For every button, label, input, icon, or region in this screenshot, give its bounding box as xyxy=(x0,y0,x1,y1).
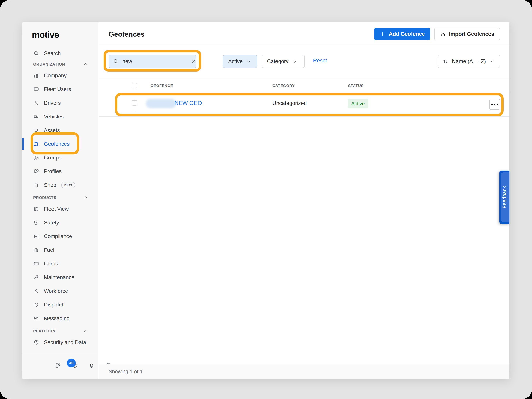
sidebar-item-label: Security and Data xyxy=(44,339,86,345)
sidebar-item-geofences[interactable]: Geofences xyxy=(22,137,98,151)
kebab-dot xyxy=(491,104,493,105)
sidebar-item-shop[interactable]: Shop NEW xyxy=(22,178,98,192)
search-input[interactable] xyxy=(122,58,191,64)
sidebar-item-compliance[interactable]: Compliance xyxy=(22,229,98,243)
sidebar-footer: 40 xyxy=(22,353,98,379)
map-location-icon[interactable] xyxy=(55,362,61,368)
fuel-pump-icon xyxy=(33,247,39,253)
chevron-down-icon xyxy=(490,59,495,64)
sidebar-item-safety[interactable]: Safety xyxy=(22,216,98,229)
sidebar-item-label: Assets xyxy=(44,127,60,133)
groups-icon xyxy=(33,155,39,161)
app-window: motive Search ORGANIZATION Company xyxy=(22,22,509,379)
sidebar-item-label: Groups xyxy=(44,155,61,161)
page-header: Geofences Add Geofence Import Geofences xyxy=(99,22,509,45)
reset-filters-link[interactable]: Reset xyxy=(313,57,327,64)
sidebar-item-label: Fleet View xyxy=(44,206,69,212)
add-geofence-button[interactable]: Add Geofence xyxy=(374,28,430,40)
section-organization[interactable]: ORGANIZATION xyxy=(22,60,98,69)
column-header-category[interactable]: CATEGORY xyxy=(272,84,295,88)
sidebar-item-label: Company xyxy=(44,73,67,79)
monitor-icon xyxy=(33,86,39,92)
column-header-geofence[interactable]: GEOFENCE xyxy=(151,84,173,88)
kebab-dot xyxy=(497,104,498,105)
sidebar-item-groups[interactable]: Groups xyxy=(22,151,98,165)
geofence-search-box[interactable] xyxy=(109,55,196,68)
sidebar-item-label: Shop xyxy=(44,182,56,188)
sidebar-item-label: Fleet Users xyxy=(44,86,71,92)
motive-logo: motive xyxy=(32,30,98,40)
chat-bubbles-icon xyxy=(33,315,39,322)
sidebar-item-profiles[interactable]: Profiles xyxy=(22,165,98,178)
status-badge: Active xyxy=(348,99,368,108)
section-platform[interactable]: PLATFORM xyxy=(22,326,98,336)
company-icon xyxy=(33,73,39,79)
sidebar-item-label: Messaging xyxy=(44,315,70,322)
sidebar-item-fleet-view[interactable]: Fleet View xyxy=(22,202,98,216)
sidebar-item-label: Fuel xyxy=(44,247,54,253)
sidebar-item-label: Profiles xyxy=(44,168,62,174)
sidebar-item-search[interactable]: Search xyxy=(22,48,98,58)
sidebar-item-label: Geofences xyxy=(44,141,70,147)
sidebar-item-security-and-data[interactable]: Security and Data xyxy=(22,336,98,349)
sidebar-item-label: Safety xyxy=(44,220,59,226)
bell-icon[interactable] xyxy=(89,362,95,368)
row-checkbox[interactable] xyxy=(132,100,137,106)
truck-icon xyxy=(33,114,39,120)
chevron-down-icon xyxy=(292,59,297,64)
table-header: GEOFENCE CATEGORY STATUS xyxy=(99,78,509,93)
sort-dropdown[interactable]: Name (A → Z) xyxy=(437,55,500,68)
geofence-name-link[interactable]: NEW GEO xyxy=(174,100,202,106)
status-filter-dropdown[interactable]: Active xyxy=(223,55,257,68)
shield-lock-icon xyxy=(33,339,39,345)
shield-icon xyxy=(33,220,39,226)
sidebar-item-label: Compliance xyxy=(44,233,72,239)
section-products[interactable]: PRODUCTS xyxy=(22,193,98,202)
sidebar-item-label: Search xyxy=(44,50,61,57)
shop-bag-icon xyxy=(33,182,39,188)
sidebar-item-fleet-users[interactable]: Fleet Users xyxy=(22,82,98,96)
row-menu-button[interactable] xyxy=(489,99,500,110)
dispatch-pin-icon xyxy=(33,302,39,308)
profiles-icon xyxy=(33,168,39,174)
search-icon xyxy=(33,50,39,57)
sort-arrows-icon xyxy=(443,58,448,64)
results-footer: Showing 1 of 1 xyxy=(99,364,509,379)
geofence-category: Uncategorized xyxy=(272,100,307,106)
redaction-fog xyxy=(372,156,490,177)
sidebar-item-company[interactable]: Company xyxy=(22,69,98,82)
sidebar-item-workforce[interactable]: Workforce xyxy=(22,284,98,298)
results-summary: Showing 1 of 1 xyxy=(109,369,143,375)
table-row[interactable]: NEW GEO — Uncategorized Active xyxy=(99,93,509,117)
redacted-name-blur xyxy=(146,99,176,108)
chevron-up-icon xyxy=(83,195,88,200)
sidebar: motive Search ORGANIZATION Company xyxy=(22,22,98,379)
sidebar-item-messaging[interactable]: Messaging xyxy=(22,312,98,325)
wrench-icon xyxy=(33,274,39,280)
sidebar-item-maintenance[interactable]: Maintenance xyxy=(22,271,98,284)
column-header-status[interactable]: STATUS xyxy=(348,84,364,88)
main-content: Geofences Add Geofence Import Geofences xyxy=(99,22,509,379)
import-icon xyxy=(440,31,446,37)
person-icon xyxy=(33,288,39,294)
category-filter-dropdown[interactable]: Category xyxy=(262,55,305,68)
select-all-checkbox[interactable] xyxy=(132,83,137,88)
kebab-dot xyxy=(494,104,495,105)
sidebar-item-dispatch[interactable]: Dispatch xyxy=(22,298,98,312)
sidebar-item-cards[interactable]: Cards xyxy=(22,257,98,271)
notification-count-badge[interactable]: 40 xyxy=(67,359,76,367)
person-icon xyxy=(33,100,39,106)
sidebar-item-vehicles[interactable]: Vehicles xyxy=(22,110,98,124)
sidebar-item-label: Dispatch xyxy=(44,302,65,308)
feedback-tab[interactable]: Feedback xyxy=(499,171,509,224)
sidebar-item-drivers[interactable]: Drivers xyxy=(22,96,98,110)
sidebar-item-label: Workforce xyxy=(44,288,68,294)
desktop-background: motive Search ORGANIZATION Company xyxy=(0,0,532,399)
geofence-icon xyxy=(33,141,39,147)
import-geofences-button[interactable]: Import Geofences xyxy=(434,28,500,40)
sidebar-item-assets[interactable]: Assets xyxy=(22,124,98,137)
clear-search-icon[interactable] xyxy=(191,58,197,64)
chevron-up-icon xyxy=(83,62,88,67)
sidebar-item-fuel[interactable]: Fuel xyxy=(22,243,98,257)
sidebar-item-label: Drivers xyxy=(44,100,61,106)
